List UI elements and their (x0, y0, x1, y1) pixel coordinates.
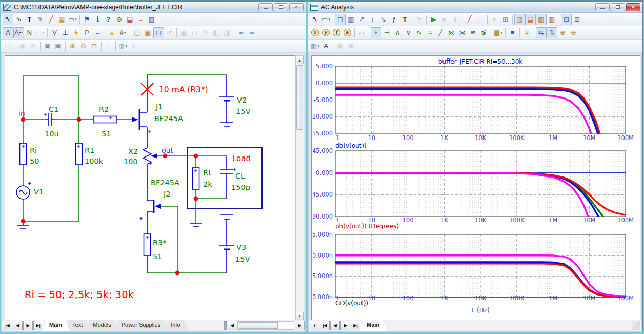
minimize-button[interactable] (595, 3, 610, 11)
normalize-y-icon[interactable]: ⇅ (547, 27, 557, 38)
tab-main[interactable]: Main (42, 320, 69, 331)
shapes-mode-icon[interactable]: ▭▾ (320, 14, 331, 25)
slope-icon[interactable]: ╱ (464, 14, 475, 25)
cursor-right-icon[interactable]: ⊣ (381, 27, 392, 38)
scale-mode-icon[interactable]: ◻ (335, 14, 346, 25)
format-settings-icon[interactable]: ≡ (342, 27, 353, 38)
node-numbers-toggle-icon[interactable]: N (24, 27, 35, 38)
pane-splitter[interactable] (224, 321, 227, 330)
tab-info[interactable]: Info (164, 320, 187, 331)
flag-mode-icon[interactable]: ⚑ (82, 14, 92, 25)
prev-page-button[interactable]: ◀ (330, 321, 340, 330)
analysis-plot-area[interactable]: 5.0000.000-5.000-10.000-15.0001101001K10… (311, 55, 640, 321)
clipboard-icon[interactable]: ▤▾ (493, 27, 504, 38)
wire-mode-icon[interactable]: ∿ (13, 14, 24, 25)
properties-hand-icon[interactable]: ☞ (164, 27, 175, 38)
first-page-button[interactable]: |◀ (3, 321, 12, 330)
vscroll-thumb[interactable] (296, 65, 303, 130)
find-component-icon[interactable]: ∞ (236, 27, 247, 38)
help-mode-icon[interactable]: ? (103, 14, 114, 25)
schematic-vscrollbar[interactable]: ▲ ▼ (295, 55, 304, 321)
resize-grip[interactable] (632, 321, 640, 330)
prev-page-button[interactable]: ◀ (13, 321, 23, 330)
hscroll-left-icon[interactable]: ◀ (228, 321, 237, 330)
zoom-in-icon[interactable]: ⊕ (557, 27, 568, 38)
both-grids-icon[interactable]: ▥ (536, 14, 547, 25)
select-area-icon[interactable]: ◻ (153, 27, 164, 38)
bottom-icon[interactable]: ≶ (478, 27, 489, 38)
grid-toggle-icon[interactable]: #▾ (117, 27, 128, 38)
shapes-mode-icon[interactable]: ▭▾ (67, 14, 78, 25)
node-voltages-toggle-icon[interactable]: V (49, 27, 60, 38)
plot-list-dropdown-icon[interactable]: ▾ (310, 321, 319, 330)
fx-settings-icon[interactable]: ƒ (331, 27, 342, 38)
tab-models[interactable]: Models (86, 320, 118, 331)
pin-connections-toggle-icon[interactable]: ⊥ (60, 27, 71, 38)
currents-toggle-icon[interactable]: ϟ (71, 27, 82, 38)
edit-limits-icon[interactable]: ▱ (356, 27, 367, 38)
zoom-out-icon[interactable]: ⊖ (568, 27, 579, 38)
data-points-icon[interactable]: ▫ (489, 14, 500, 25)
restore-button[interactable] (274, 3, 288, 11)
vertical-tag-icon[interactable]: ↕ (367, 14, 378, 25)
bode-magnitude-chart[interactable]: 5.0000.000-5.000-10.000-15.0001101001K10… (313, 56, 640, 148)
peak-icon[interactable]: ∧ (392, 27, 403, 38)
hscroll-thumb[interactable] (239, 322, 278, 329)
group-delay-chart[interactable]: 75.000n50.000n25.000n0.000n1101001K10K10… (313, 229, 640, 320)
text-mode-icon[interactable]: T (24, 14, 35, 25)
select-tool-icon[interactable]: ↖ (310, 14, 320, 25)
probe-pencil-icon[interactable]: ╱ (46, 14, 56, 25)
bus-mode-icon[interactable]: ▦ (56, 14, 67, 25)
numeric-output-icon[interactable]: ≡ (507, 27, 518, 38)
bring-front-icon[interactable]: ▣ (42, 41, 53, 52)
valley-icon[interactable]: ∨ (403, 27, 414, 38)
title-block-icon[interactable]: ▢ (132, 27, 143, 38)
first-page-button[interactable]: |◀ (320, 321, 330, 330)
normalize-x-icon[interactable]: ⇆ (536, 27, 547, 38)
last-page-button[interactable]: ▶| (33, 321, 43, 330)
horizontal-tag-icon[interactable]: ↘ (378, 14, 389, 25)
tracker-icon[interactable]: ⊞ (572, 14, 582, 25)
region-enable-icon[interactable]: ▤ (125, 14, 135, 25)
sheet-border-icon[interactable]: ▣ (143, 27, 153, 38)
info-icon[interactable]: ℹ (92, 14, 103, 25)
waveform-label[interactable]: ph(v(out)) (Degrees) (335, 223, 399, 229)
y-axis-settings-icon[interactable]: y (320, 27, 331, 38)
split-grid-icon[interactable]: ▦▾ (117, 41, 128, 52)
conditions-toggle-icon[interactable]: ↔ (92, 27, 103, 38)
web-link-icon[interactable]: ⊕ (114, 14, 125, 25)
scroll-down-icon[interactable]: ▼ (296, 312, 304, 320)
send-back-icon[interactable]: ▣ (53, 41, 64, 52)
y-grids-icon[interactable]: ▤ (525, 14, 536, 25)
tab-power-supplies[interactable]: Power Supplies (114, 320, 168, 331)
font-icon[interactable]: A (320, 41, 331, 52)
schematic-titlebar[interactable]: C:\MC11\DATA\Petrov\AMP-one-stage\Bufer\… (1, 2, 306, 13)
find-part-icon[interactable]: ▨ (146, 14, 157, 25)
zoom-out-icon[interactable]: ⊖ (78, 41, 89, 52)
tab-text[interactable]: Text (65, 320, 90, 331)
performance-tag-icon[interactable]: ƒ (389, 14, 399, 25)
restore-button[interactable] (611, 3, 625, 11)
analysis-titlebar[interactable]: AC Analysis × (308, 2, 642, 13)
find-text-icon[interactable]: ∞ (247, 27, 257, 38)
close-button[interactable]: × (289, 3, 304, 11)
next-page-button[interactable]: ▶ (23, 321, 33, 330)
cursor-left-icon[interactable]: ⊦ (371, 27, 381, 38)
waveform-label[interactable]: db(v(out)) (335, 142, 367, 148)
grid-text-toggle-icon[interactable]: A~ (13, 27, 24, 38)
run-icon[interactable]: ▶ (428, 14, 439, 25)
slope-points-icon[interactable]: ⋰ (475, 14, 486, 25)
properties-hand-icon[interactable]: ☞ (414, 14, 425, 25)
schematic-hscrollbar[interactable] (237, 321, 294, 330)
scroll-up-icon[interactable]: ▲ (296, 56, 304, 64)
waveform-label[interactable]: GD(v(out)) (335, 300, 368, 307)
numeric-format-icon[interactable]: # (521, 27, 532, 38)
global-high-icon[interactable]: ⋉ (446, 27, 457, 38)
line-mode-icon[interactable]: ✎ (35, 14, 46, 25)
minimize-button[interactable] (258, 3, 273, 11)
x-grids-icon[interactable]: ▥ (514, 14, 525, 25)
split-grid-icon[interactable]: ▦▾ (310, 41, 320, 52)
attribute-text-toggle-icon[interactable]: A (3, 27, 13, 38)
zoom-100-icon[interactable]: ⊡ (89, 41, 99, 52)
minor-grids-icon[interactable]: ▥ (547, 14, 557, 25)
